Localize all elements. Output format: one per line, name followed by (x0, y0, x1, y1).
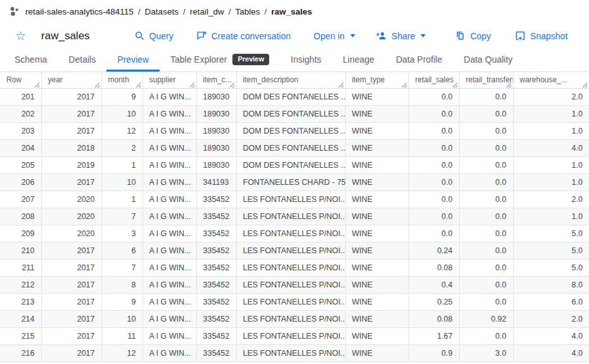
tab-data-quality[interactable]: Data Quality (453, 49, 523, 72)
table-cell: 1.0 (513, 208, 589, 225)
table-row: 21320179A I G WIN...335452LES FONTANELLE… (0, 293, 589, 310)
table-cell: 11 (101, 327, 142, 344)
column-resize-icon[interactable] (136, 81, 141, 87)
table-cell: DOM DES FONTANELLES ... (236, 139, 345, 156)
table-cell: 335452 (196, 208, 236, 225)
table-cell: 0.0 (408, 105, 459, 122)
star-icon[interactable]: ☆ (15, 30, 26, 42)
table-cell: 203 (0, 122, 41, 139)
query-button[interactable]: Query (134, 30, 174, 41)
table-cell: 2017 (41, 88, 101, 105)
snapshot-label: Snapshot (530, 31, 567, 41)
snapshot-button[interactable]: Snapshot (515, 30, 567, 41)
table-cell: 2017 (41, 293, 101, 310)
column-header-retail-sales: retail_sales (408, 72, 459, 88)
column-header-supplier: supplier (142, 72, 196, 88)
create-conversation-button[interactable]: Create conversation (196, 30, 291, 41)
tab-details[interactable]: Details (58, 49, 106, 72)
tab-table-explorer-label: Table Explorer (170, 54, 227, 65)
table-cell: A I G WIN... (142, 225, 196, 242)
column-header-item-c: item_c... (196, 72, 236, 88)
table-row: 20920203A I G WIN...335452LES FONTANELLE… (0, 225, 589, 242)
table-row: 203201712A I G WIN...189030DOM DES FONTA… (0, 122, 589, 139)
table-cell: 2017 (41, 105, 101, 122)
share-button[interactable]: Share (376, 30, 426, 41)
table-cell: 0.0 (459, 208, 513, 225)
column-resize-icon[interactable] (452, 81, 458, 87)
breadcrumb-dataset[interactable]: retail_dw (190, 7, 224, 16)
table-row: 21220178A I G WIN...335452LES FONTANELLE… (0, 276, 589, 293)
copy-icon (455, 30, 466, 41)
table-cell: 189030 (196, 156, 236, 173)
table-cell: WINE (345, 310, 408, 327)
tab-data-profile[interactable]: Data Profile (385, 49, 453, 72)
column-resize-icon[interactable] (94, 81, 100, 87)
query-label: Query (149, 31, 174, 41)
table-cell: 335452 (196, 259, 236, 276)
open-in-button[interactable]: Open in (314, 31, 355, 41)
column-resize-icon[interactable] (402, 81, 407, 87)
table-cell: 12 (101, 344, 142, 361)
table-cell: DOM DES FONTANELLES ... (236, 122, 345, 139)
column-header-label: retail_sales (415, 75, 454, 84)
table-cell: LES FONTANELLES P/NOI... (236, 327, 345, 344)
table-cell: 208 (0, 208, 41, 225)
column-resize-icon[interactable] (229, 81, 235, 87)
tab-table-explorer[interactable]: Table Explorer Preview (160, 49, 280, 72)
table-cell: DOM DES FONTANELLES ... (236, 88, 345, 105)
table-cell: A I G WIN... (142, 293, 196, 310)
table-row: 20420182A I G WIN...189030DOM DES FONTAN… (0, 139, 589, 156)
table-cell: 0.0 (459, 259, 513, 276)
table-cell: A I G WIN... (142, 191, 196, 208)
column-resize-icon[interactable] (34, 81, 40, 87)
table-cell: 8.0 (513, 276, 589, 293)
table-cell: LES FONTANELLES P/NOI... (236, 191, 345, 208)
tab-lineage[interactable]: Lineage (332, 49, 385, 72)
table-cell: A I G WIN... (142, 242, 196, 259)
table-cell: 0.0 (459, 242, 513, 259)
table-cell: 0.0 (459, 225, 513, 242)
table-cell: 10 (101, 310, 142, 327)
breadcrumb-datasets[interactable]: Datasets (145, 7, 179, 16)
table-cell: 0.25 (408, 293, 459, 310)
tab-insights[interactable]: Insights (280, 49, 332, 72)
table-cell: 0.0 (408, 139, 459, 156)
breadcrumb-separator: / (229, 7, 231, 16)
tab-schema[interactable]: Schema (4, 49, 58, 72)
table-cell: 0.0 (408, 173, 459, 191)
copy-button[interactable]: Copy (455, 30, 491, 41)
breadcrumb-project[interactable]: retail-sales-analytics-484115 (25, 7, 134, 16)
table-cell: 2020 (41, 191, 101, 208)
table-cell: 189030 (196, 139, 236, 156)
table-cell: 0.0 (459, 156, 513, 173)
table-cell: A I G WIN... (142, 344, 196, 361)
table-cell: 209 (0, 225, 41, 242)
column-resize-icon[interactable] (338, 81, 344, 87)
column-header-month: month (101, 72, 142, 88)
table-cell: 1 (101, 191, 142, 208)
column-resize-icon[interactable] (189, 81, 195, 87)
breadcrumb-current-table: raw_sales (271, 7, 312, 16)
column-header-label: month (108, 75, 129, 84)
table-row: 215201711A I G WIN...335452LES FONTANELL… (0, 327, 589, 344)
table-cell: A I G WIN... (142, 122, 196, 139)
table-cell: LES FONTANELLES P/NOI... (236, 225, 345, 242)
breadcrumb-tables[interactable]: Tables (235, 7, 260, 16)
column-header-row: Row (0, 72, 41, 88)
table-cell: 0.0 (459, 293, 513, 310)
table-cell: 213 (0, 293, 41, 310)
table-cell: FONTANELLES CHARD - 75... (236, 173, 345, 191)
table-cell: 6 (101, 242, 142, 259)
column-resize-icon[interactable] (582, 81, 588, 87)
table-row: 214201710A I G WIN...335452LES FONTANELL… (0, 310, 589, 327)
table-cell: A I G WIN... (142, 88, 196, 105)
table-cell: 205 (0, 156, 41, 173)
table-cell: 2.0 (513, 310, 589, 327)
table-cell: 2017 (41, 173, 101, 191)
column-resize-icon[interactable] (506, 81, 512, 87)
tab-preview[interactable]: Preview (106, 49, 160, 72)
table-cell: WINE (345, 173, 408, 191)
column-header-label: Row (6, 75, 22, 84)
table-cell: WINE (345, 139, 408, 156)
table-cell: DOM DES FONTANELLES ... (236, 105, 345, 122)
